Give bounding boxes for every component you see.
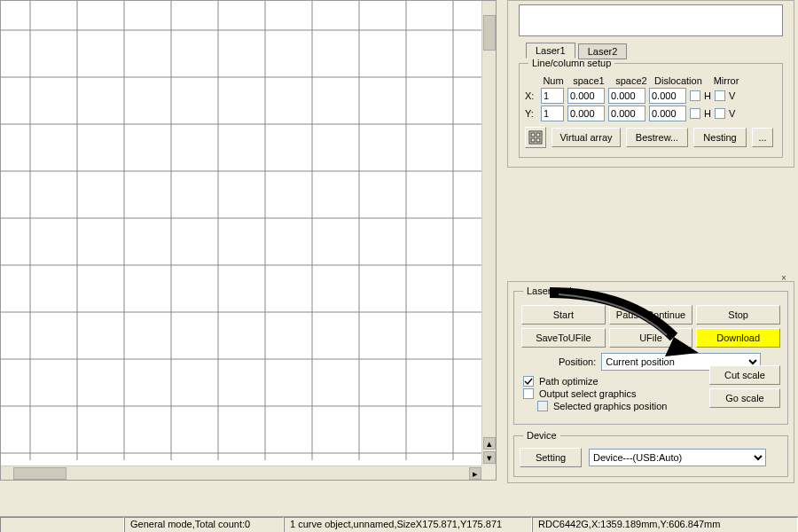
hdr-mirror: Mirror (704, 75, 748, 86)
x-mirror-h-checkbox[interactable] (690, 90, 700, 101)
hdr-space2: space2 (612, 75, 651, 86)
svg-rect-27 (531, 133, 535, 137)
check-icon (524, 377, 533, 386)
x-mirror-v-label: V (729, 90, 735, 101)
x-label: X: (525, 90, 537, 101)
x-mirror-h-label: H (704, 90, 711, 101)
array-icon-button[interactable] (525, 127, 546, 148)
tab-laser2[interactable]: Laser2 (578, 43, 628, 59)
vertical-scrollbar[interactable]: ▴ ▾ (481, 1, 496, 466)
status-mode: General mode,Total count:0 (124, 517, 284, 532)
status-coord: RDC6442G,X:1359.189mm,Y:606.847mm (532, 517, 798, 532)
save-to-ufile-button[interactable]: SaveToUFile (521, 328, 606, 348)
y-mirror-h-label: H (704, 108, 711, 119)
array-panel: Laser1 Laser2 Line/column setup Num spac… (507, 0, 794, 168)
virtual-array-button[interactable]: Virtual array (552, 128, 621, 147)
x-space2-input[interactable] (608, 88, 645, 104)
scroll-corner (481, 466, 496, 480)
design-grid (1, 1, 481, 460)
y-num-input[interactable] (541, 106, 564, 121)
output-select-label: Output select graphics (539, 388, 636, 399)
canvas-area: ▴ ▾ ▸ (0, 0, 497, 481)
go-scale-button[interactable]: Go scale (709, 388, 780, 408)
svg-rect-29 (531, 138, 535, 142)
ufile-button[interactable]: UFile (609, 328, 693, 348)
hdr-dislocation: Dislocation (654, 75, 700, 86)
x-num-input[interactable] (541, 88, 564, 104)
nesting-button[interactable]: Nesting (693, 128, 747, 147)
device-group: Device Setting Device---(USB:Auto) (513, 430, 788, 477)
x-mirror-v-checkbox[interactable] (715, 90, 725, 101)
path-optimize-label: Path optimize (539, 376, 598, 387)
stop-button[interactable]: Stop (696, 305, 780, 325)
laser-work-group: Laser work Start Pause/Continue Stop Sav… (513, 286, 788, 425)
download-button[interactable]: Download (696, 328, 780, 348)
hscroll-thumb[interactable] (13, 467, 66, 480)
canvas-viewport[interactable] (1, 1, 481, 460)
pause-continue-button[interactable]: Pause/Continue (609, 305, 693, 325)
vscroll-thumb[interactable] (483, 15, 496, 51)
grid-icon (528, 130, 543, 145)
y-mirror-v-label: V (729, 108, 735, 119)
y-space2-input[interactable] (608, 106, 645, 121)
vscroll-up-icon[interactable]: ▴ (483, 437, 496, 450)
selected-graphics-label: Selected graphics position (553, 401, 667, 411)
start-button[interactable]: Start (521, 305, 606, 325)
path-optimize-checkbox[interactable] (523, 376, 534, 387)
hdr-space1: space1 (569, 75, 608, 86)
svg-rect-30 (536, 138, 540, 142)
device-select[interactable]: Device---(USB:Auto) (589, 449, 766, 466)
line-column-group: Line/column setup Num space1 space2 Disl… (519, 58, 783, 158)
selected-graphics-checkbox (537, 401, 548, 411)
output-select-checkbox[interactable] (523, 388, 534, 399)
device-legend: Device (523, 430, 560, 441)
x-space1-input[interactable] (567, 88, 605, 104)
close-icon[interactable]: × (778, 273, 790, 284)
y-mirror-h-checkbox[interactable] (690, 108, 700, 119)
cut-scale-button[interactable]: Cut scale (709, 365, 780, 385)
bestrew-button[interactable]: Bestrew... (626, 128, 688, 147)
y-mirror-v-checkbox[interactable] (715, 108, 725, 119)
hscroll-right-icon[interactable]: ▸ (469, 467, 481, 480)
horizontal-scrollbar[interactable]: ▸ (1, 466, 483, 480)
position-label: Position: (559, 356, 596, 367)
y-space1-input[interactable] (567, 106, 605, 121)
y-dislocation-input[interactable] (649, 106, 686, 121)
status-bar: General mode,Total count:0 1 curve objec… (0, 516, 798, 532)
setting-button[interactable]: Setting (520, 448, 582, 467)
y-label: Y: (525, 108, 537, 119)
laser-work-legend: Laser work (523, 286, 578, 296)
laser-work-panel: × Laser work Start Pause/Continue Stop S… (507, 281, 794, 483)
more-button[interactable]: ... (752, 128, 773, 147)
status-object: 1 curve object,unnamed,SizeX175.871,Y175… (284, 517, 532, 532)
vscroll-down-icon[interactable]: ▾ (483, 451, 496, 464)
status-cell-blank (0, 517, 124, 532)
tab-laser1[interactable]: Laser1 (526, 43, 575, 59)
preview-area (519, 4, 783, 36)
svg-rect-28 (536, 133, 540, 137)
hdr-num: Num (541, 75, 566, 86)
x-dislocation-input[interactable] (649, 88, 686, 104)
